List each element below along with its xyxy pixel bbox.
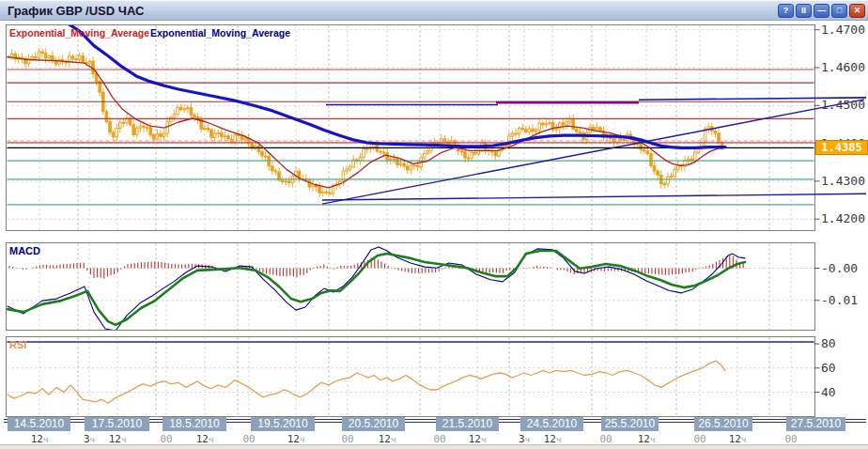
pause-button[interactable]: II [796, 4, 812, 18]
date-axis-label: 18.5.2010 [163, 417, 226, 431]
time-tick-label: 12ч [638, 433, 656, 444]
time-tick-label: 00 [433, 433, 445, 444]
date-axis-label: 25.5.2010 [601, 417, 659, 431]
panel-frames [7, 25, 815, 417]
time-tick-label: 12ч [109, 433, 127, 444]
date-axis-label: 20.5.2010 [342, 417, 405, 431]
time-tick-label: 12ч [31, 433, 49, 444]
time-tick-label: 00 [341, 433, 353, 444]
time-tick-label: 12ч [729, 433, 747, 444]
price-axis-label: 1.4600 [821, 60, 868, 74]
time-tick-label: 3ч [84, 433, 95, 444]
time-tick-label: 3ч [519, 433, 530, 444]
macd-axis-label: -0.01 [821, 293, 868, 307]
date-axis-label: 19.5.2010 [251, 417, 315, 431]
time-tick-label: 00 [242, 433, 255, 444]
close-button[interactable]: ✕ [849, 4, 865, 18]
minimize-button[interactable]: — [814, 4, 829, 18]
macd-panel-label: MACD [9, 245, 40, 256]
legend-ema-fast: Exponential_Moving_Average [9, 27, 149, 39]
price-axis-label: 1.4200 [821, 211, 868, 225]
time-tick-label: 00 [599, 433, 612, 444]
time-tick-label: 12ч [196, 433, 214, 444]
time-tick-label: 12ч [469, 433, 487, 444]
legend-ema-slow: Exponential_Moving_Average [150, 27, 290, 39]
title-bar[interactable]: График GBP /USD ЧАС ? II — □ ✕ [0, 0, 868, 21]
date-axis-label: 26.5.2010 [694, 417, 752, 431]
price-axis-label: 1.4300 [821, 174, 868, 188]
date-axis-label: 14.5.2010 [8, 417, 70, 431]
time-tick-label: 00 [160, 433, 172, 444]
chart-stage: Exponential_Moving_Average Exponential_M… [0, 0, 868, 449]
price-axis-label: 1.4700 [821, 23, 868, 37]
chart-canvas[interactable] [0, 0, 868, 449]
time-tick-label: 00 [784, 433, 797, 444]
time-tick-label: 12ч [544, 433, 562, 444]
window-title: График GBP /USD ЧАС [8, 1, 144, 21]
time-tick-label: 00 [693, 433, 705, 444]
maximize-button[interactable]: □ [831, 4, 847, 18]
price-axis-label: 1.4500 [821, 98, 868, 112]
help-button[interactable]: ? [778, 4, 794, 18]
time-tick-label: 12ч [379, 433, 396, 444]
chart-window: График GBP /USD ЧАС ? II — □ ✕ Exponenti… [0, 0, 868, 449]
rsi-axis-label: 80 [821, 336, 868, 350]
macd-axis-label: -0.00 [821, 261, 868, 275]
rsi-axis-label: 40 [821, 385, 868, 399]
time-tick-label: 12ч [287, 433, 305, 444]
date-axis-label: 27.5.2010 [786, 417, 845, 431]
date-axis-label: 24.5.2010 [520, 417, 583, 431]
rsi-axis-label: 60 [821, 361, 868, 375]
date-axis-label: 17.5.2010 [85, 417, 149, 431]
current-price-badge: 1.4385 [815, 140, 868, 155]
date-axis-label: 21.5.2010 [436, 417, 499, 431]
window-controls: ? II — □ ✕ [778, 4, 865, 18]
rsi-panel-label: RSI [9, 339, 26, 350]
